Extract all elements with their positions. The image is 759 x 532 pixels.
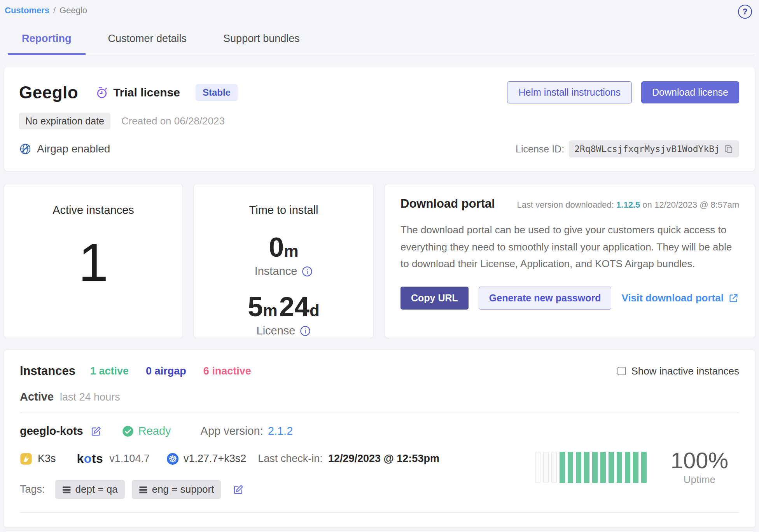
copy-icon[interactable] <box>724 144 734 154</box>
info-icon[interactable] <box>302 266 313 277</box>
active-group-title: Active <box>20 390 54 403</box>
generate-password-button[interactable]: Generate new password <box>479 287 612 310</box>
last-checkin-label: Last check-in: <box>258 453 323 465</box>
license-time-number-2: 24 <box>279 292 310 322</box>
uptime-bars <box>535 452 647 483</box>
created-date-text: Created on 06/28/2023 <box>121 115 225 127</box>
instance-details: geeglo-kots Ready App version: <box>20 425 439 499</box>
tag-label: eng = support <box>152 483 214 495</box>
license-summary-card: Geeglo Trial license Stable Helm install… <box>4 67 755 171</box>
airgap-enabled-label: Airgap enabled <box>37 143 110 155</box>
license-time-unit-1: m <box>263 301 277 320</box>
copy-url-button[interactable]: Copy URL <box>400 287 469 310</box>
uptime-bar-filled <box>625 452 630 483</box>
instances-title: Instances <box>20 364 75 378</box>
uptime-bar-filled <box>560 452 565 483</box>
info-icon[interactable] <box>300 326 311 336</box>
app-version-link[interactable]: 2.1.2 <box>268 425 293 438</box>
visit-download-portal-link[interactable]: Visit download portal <box>621 292 738 304</box>
active-group-range: last 24 hours <box>60 391 120 403</box>
customer-reporting-page: Customers / Geeglo ? Reporting Customer … <box>0 0 759 532</box>
edit-tags-icon[interactable] <box>233 484 244 495</box>
license-id-value[interactable]: 2Rq8WLcsjfxqrMysjvB1WodYkBj <box>569 140 739 158</box>
tags-label: Tags: <box>20 483 45 495</box>
expiration-badge: No expiration date <box>19 113 110 130</box>
breadcrumb: Customers / Geeglo <box>4 5 755 16</box>
last-version-downloaded: Last version downloaded: 1.12.5 on 12/20… <box>517 200 739 210</box>
uptime-bar-empty <box>543 452 549 483</box>
license-install-time: 5m 24d <box>194 293 373 320</box>
app-version-label: App version: <box>201 425 263 438</box>
time-to-install-title: Time to install <box>194 204 373 217</box>
help-icon[interactable]: ? <box>738 5 752 19</box>
tag-pill[interactable]: eng = support <box>132 480 221 499</box>
tag-label: dept = qa <box>75 483 118 495</box>
show-inactive-checkbox[interactable] <box>617 367 626 375</box>
license-time-label: License <box>257 324 296 337</box>
kots-version: v1.104.7 <box>109 453 150 465</box>
kubernetes-icon: ☸ <box>167 453 178 465</box>
uptime-bar-filled <box>633 452 638 483</box>
uptime-bar-empty <box>535 452 540 483</box>
trial-timer-icon <box>95 86 108 99</box>
uptime-bar-filled <box>584 452 589 483</box>
instance-time-number: 0 <box>269 232 284 262</box>
instance-status: Ready <box>138 425 171 438</box>
uptime-zone: 100% Uptime <box>535 436 739 499</box>
time-to-install-card: Time to install 0m Instance 5m 24d Licen… <box>194 184 374 338</box>
instance-name: geeglo-kots <box>20 425 83 438</box>
instance-row: geeglo-kots Ready App version: <box>20 425 739 499</box>
last-version-link[interactable]: 1.12.5 <box>616 200 640 210</box>
helm-install-instructions-button[interactable]: Helm install instructions <box>507 81 632 103</box>
breadcrumb-customers-link[interactable]: Customers <box>5 5 49 16</box>
k3s-icon <box>20 453 32 465</box>
active-instances-count: 1 <box>4 235 182 289</box>
instance-time-label: Instance <box>255 265 297 278</box>
show-inactive-label: Show inactive instances <box>631 365 739 377</box>
visit-portal-label: Visit download portal <box>621 292 723 304</box>
uptime-bar-filled <box>600 452 606 483</box>
tab-bar: Reporting Customer details Support bundl… <box>4 33 755 55</box>
instance-install-time: 0m <box>194 234 373 261</box>
active-instances-title: Active instances <box>4 204 182 217</box>
instance-time-unit: m <box>284 242 298 260</box>
download-portal-title: Download portal <box>400 197 495 211</box>
kots-logo: kots <box>77 452 103 466</box>
divider <box>20 512 739 513</box>
distro-name: K3s <box>38 453 56 465</box>
uptime-percentage: 100% <box>671 449 728 472</box>
edit-instance-name-icon[interactable] <box>90 425 102 437</box>
uptime-bar-filled <box>592 452 598 483</box>
download-license-button[interactable]: Download license <box>641 81 739 103</box>
uptime-label: Uptime <box>671 474 728 486</box>
license-type-label: Trial license <box>113 86 180 99</box>
tag-bars-icon <box>139 485 148 494</box>
stats-row: Active instances 1 Time to install 0m In… <box>4 184 755 338</box>
download-portal-card: Download portal Last version downloaded:… <box>385 184 755 338</box>
uptime-bar-filled <box>576 452 581 483</box>
instances-card: Instances 1 active 0 airgap 6 inactive S… <box>4 350 755 528</box>
active-instances-card: Active instances 1 <box>4 184 183 338</box>
show-inactive-toggle[interactable]: Show inactive instances <box>617 365 739 377</box>
last-version-date: on 12/20/2023 @ 8:57am <box>642 200 739 210</box>
tag-bars-icon <box>62 485 72 494</box>
uptime-bar-filled <box>568 452 573 483</box>
license-time-unit-2: d <box>310 301 320 320</box>
tab-reporting[interactable]: Reporting <box>8 33 86 55</box>
last-version-label: Last version downloaded: <box>517 200 614 210</box>
download-portal-description: The download portal can be used to give … <box>400 222 739 273</box>
tag-pill[interactable]: dept = qa <box>55 480 125 499</box>
divider <box>20 413 739 413</box>
airgap-count[interactable]: 0 airgap <box>146 365 186 377</box>
breadcrumb-separator: / <box>53 5 56 16</box>
tab-support-bundles[interactable]: Support bundles <box>209 33 314 55</box>
channel-badge: Stable <box>196 84 238 101</box>
tab-customer-details[interactable]: Customer details <box>94 33 201 55</box>
tags-list: dept = qaeng = support <box>55 480 221 499</box>
airgap-globe-icon <box>19 143 31 155</box>
kubernetes-version: v1.27.7+k3s2 <box>184 453 246 465</box>
inactive-count[interactable]: 6 inactive <box>203 365 251 377</box>
license-id-label: License ID: <box>516 144 564 155</box>
last-checkin-value: 12/29/2023 @ 12:53pm <box>328 453 439 465</box>
active-count[interactable]: 1 active <box>90 365 129 377</box>
